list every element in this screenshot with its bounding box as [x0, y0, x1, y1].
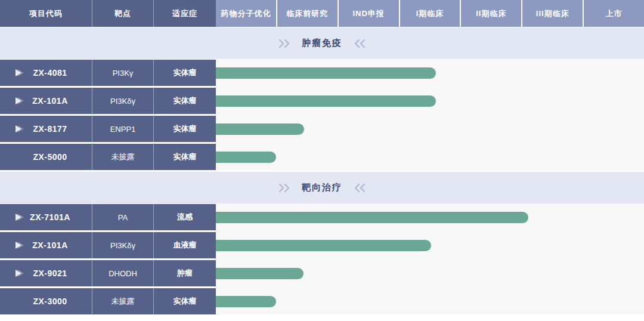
chevrons-left-icon	[352, 39, 366, 48]
project-code: ZX-4081	[33, 68, 67, 78]
target-label: PI3Kδγ	[110, 241, 135, 250]
target-label: DHODH	[109, 269, 137, 278]
project-code-cell[interactable]: ZX-9021	[0, 260, 92, 286]
project-code: ZX-8177	[33, 124, 67, 134]
expand-arrow-icon[interactable]	[16, 214, 24, 221]
project-code-cell[interactable]: ZX-5000	[0, 144, 92, 170]
section-title: 肿瘤免疫	[302, 38, 342, 49]
project-code-cell[interactable]: ZX-3000	[0, 288, 92, 314]
target-cell: DHODH	[92, 260, 154, 286]
project-code: ZX-7101A	[30, 212, 70, 222]
target-cell: PI3Kδγ	[92, 88, 154, 114]
progress-bar	[216, 296, 276, 307]
expand-arrow-icon[interactable]	[16, 270, 24, 277]
target-label: PA	[118, 213, 128, 222]
expand-arrow-icon[interactable]	[16, 97, 24, 104]
target-label: PI3Kδγ	[110, 97, 135, 106]
indication-label: 实体瘤	[174, 124, 197, 134]
project-code: ZX-101A	[32, 96, 68, 106]
target-label: ENPP1	[110, 125, 136, 134]
pipeline-row-zx-4081[interactable]: ZX-4081 PI3Kγ 实体瘤	[0, 60, 644, 86]
header-phase-clinical-2: II期临床	[461, 0, 522, 27]
progress-bar	[216, 124, 304, 135]
indication-cell: 实体瘤	[154, 60, 216, 86]
indication-label: 实体瘤	[174, 67, 197, 78]
progress-bar	[216, 152, 276, 163]
progress-track	[216, 204, 644, 230]
progress-bar	[216, 95, 436, 107]
header-project-code: 项目代码	[0, 0, 92, 27]
progress-track	[216, 288, 644, 314]
project-code-cell[interactable]: ZX-8177	[0, 116, 92, 142]
chevrons-right-icon	[278, 184, 292, 192]
target-cell: 未披露	[92, 288, 154, 314]
indication-label: 实体瘤	[174, 152, 197, 162]
indication-label: 实体瘤	[174, 296, 197, 307]
pipeline-row-zx-101a-solid[interactable]: ZX-101A PI3Kδγ 实体瘤	[0, 88, 644, 114]
section-rows-targeted-therapy: ZX-7101A PA 流感 ZX-101A PI3Kδγ 血液瘤 ZX-902…	[0, 203, 644, 314]
pipeline-header: 项目代码 靶点 适应症 药物分子优化 临床前研究 IND申报 I期临床 II期临…	[0, 0, 644, 27]
expand-arrow-icon[interactable]	[16, 69, 24, 76]
progress-bar	[216, 212, 528, 223]
pipeline-row-zx-8177[interactable]: ZX-8177 ENPP1 实体瘤	[0, 116, 644, 142]
header-phase-market: 上市	[584, 0, 644, 27]
progress-track	[216, 116, 644, 142]
indication-cell: 血液瘤	[154, 232, 216, 258]
progress-bar	[216, 240, 431, 251]
header-indication: 适应症	[154, 0, 216, 27]
project-code-cell[interactable]: ZX-4081	[0, 60, 92, 86]
header-phase-clinical-1: I期临床	[400, 0, 462, 27]
chevrons-right-icon	[278, 39, 292, 48]
pipeline-row-zx-101a-heme[interactable]: ZX-101A PI3Kδγ 血液瘤	[0, 232, 644, 258]
pipeline-page: 项目代码 靶点 适应症 药物分子优化 临床前研究 IND申报 I期临床 II期临…	[0, 0, 644, 321]
project-code: ZX-101A	[32, 240, 68, 250]
progress-track	[216, 144, 644, 170]
target-cell: 未披露	[92, 144, 154, 170]
progress-track	[216, 88, 644, 114]
pipeline-row-zx-3000[interactable]: ZX-3000 未披露 实体瘤	[0, 288, 644, 314]
section-rows-tumor-immunity: ZX-4081 PI3Kγ 实体瘤 ZX-101A PI3Kδγ 实体瘤 ZX-…	[0, 59, 644, 170]
indication-label: 血液瘤	[174, 240, 197, 251]
indication-cell: 实体瘤	[154, 144, 216, 170]
target-label: 未披露	[112, 152, 135, 162]
indication-cell: 实体瘤	[154, 88, 216, 114]
pipeline-row-zx-7101a[interactable]: ZX-7101A PA 流感	[0, 204, 644, 230]
chevrons-left-icon	[352, 184, 366, 192]
expand-arrow-icon[interactable]	[16, 242, 24, 249]
section-banner-tumor-immunity: 肿瘤免疫	[0, 27, 644, 59]
header-phase-clinical-3: III期临床	[522, 0, 584, 27]
pipeline-row-zx-5000[interactable]: ZX-5000 未披露 实体瘤	[0, 144, 644, 170]
project-code: ZX-9021	[33, 268, 67, 278]
target-cell: PI3Kδγ	[92, 232, 154, 258]
expand-arrow-icon[interactable]	[16, 125, 24, 132]
project-code: ZX-5000	[33, 152, 67, 162]
indication-cell: 肿瘤	[154, 260, 216, 286]
header-phase-preclinical: 临床前研究	[277, 0, 339, 27]
section-title: 靶向治疗	[302, 182, 342, 193]
indication-label: 肿瘤	[177, 268, 193, 279]
project-code-cell[interactable]: ZX-7101A	[0, 204, 92, 230]
indication-cell: 流感	[154, 204, 216, 230]
header-target: 靶点	[92, 0, 154, 27]
target-cell: PI3Kγ	[92, 60, 154, 86]
progress-track	[216, 260, 644, 286]
indication-label: 流感	[177, 212, 193, 223]
project-code-cell[interactable]: ZX-101A	[0, 232, 92, 258]
header-phase-molecule-opt: 药物分子优化	[216, 0, 277, 27]
progress-track	[216, 232, 644, 258]
pipeline-row-zx-9021[interactable]: ZX-9021 DHODH 肿瘤	[0, 260, 644, 286]
progress-track	[216, 60, 644, 86]
progress-bar	[216, 67, 436, 79]
target-cell: ENPP1	[92, 116, 154, 142]
header-phase-ind-filing: IND申报	[339, 0, 400, 27]
indication-cell: 实体瘤	[154, 288, 216, 314]
section-banner-targeted-therapy: 靶向治疗	[0, 172, 644, 203]
target-label: 未披露	[112, 296, 135, 307]
target-cell: PA	[92, 204, 154, 230]
project-code: ZX-3000	[33, 297, 67, 306]
indication-cell: 实体瘤	[154, 116, 216, 142]
project-code-cell[interactable]: ZX-101A	[0, 88, 92, 114]
progress-bar	[216, 268, 304, 279]
indication-label: 实体瘤	[174, 95, 197, 106]
target-label: PI3Kγ	[113, 69, 134, 78]
